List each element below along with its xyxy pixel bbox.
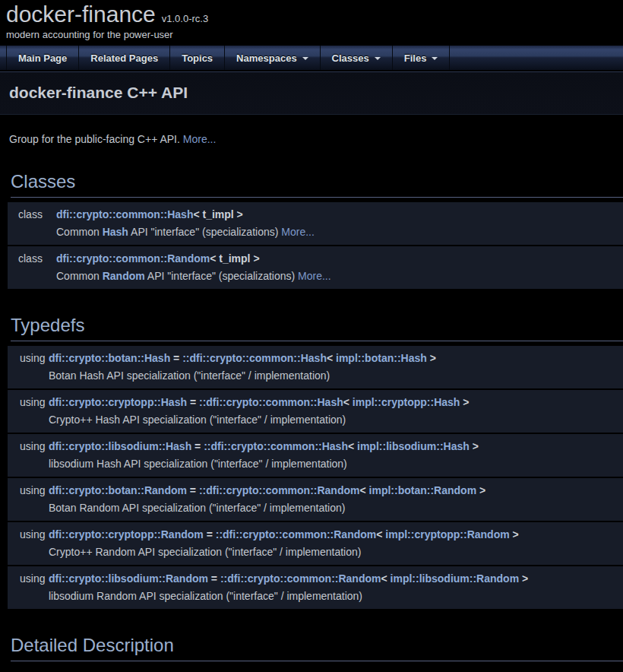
table-row: classdfi::crypto::common::Hash< t_impl >… [8,202,623,245]
nav-item-related-pages[interactable]: Related Pages [79,46,170,70]
title-area: docker-financev1.0.0-rc.3 modern account… [0,0,623,46]
target-type-link[interactable]: ::dfi::crypto::common::Hash [204,440,348,452]
member-keyword: class [8,251,56,266]
member-keyword: using [8,527,49,542]
inline-class-link[interactable]: Random [103,270,145,282]
member-description: Crypto++ Random API specialization ("int… [8,544,623,565]
member-description: libsodium Random API specialization ("in… [8,588,623,609]
nav-item-label: Namespaces [236,52,297,64]
nav-item-label: Files [404,52,427,64]
chevron-down-icon [375,57,381,60]
classes-table: classdfi::crypto::common::Hash< t_impl >… [8,202,623,289]
table-row: usingdfi::crypto::cryptopp::Hash = ::dfi… [8,388,623,433]
target-type-link[interactable]: ::dfi::crypto::common::Random [220,572,381,585]
more-link[interactable]: More... [298,270,331,282]
member-keyword: using [8,571,49,586]
table-row: usingdfi::crypto::libsodium::Random = ::… [8,565,623,609]
nav-item-topics[interactable]: Topics [170,46,225,70]
typedef-link[interactable]: dfi::crypto::botan::Random [49,484,187,496]
nav-item-classes[interactable]: Classes [321,46,393,70]
typedef-link[interactable]: dfi::crypto::cryptopp::Hash [49,396,187,408]
member-keyword: class [8,207,56,222]
page-header: docker-finance C++ API [0,71,623,115]
member-description: Common Random API "interface" (specializ… [8,268,623,289]
member-description: libsodium Hash API specialization ("inte… [8,455,623,477]
class-link[interactable]: dfi::crypto::common::Hash [56,208,193,220]
main-nav: Main Page Related Pages Topics Namespace… [0,46,623,70]
inline-class-link[interactable]: Hash [103,226,128,238]
contents: Group for the public-facing C++ API. Mor… [0,133,623,672]
target-type-link[interactable]: ::dfi::crypto::common::Hash [199,396,343,408]
nav-item-files[interactable]: Files [393,46,451,70]
target-type-link[interactable]: ::dfi::crypto::common::Hash [182,352,327,364]
impl-type-link[interactable]: impl::botan::Hash [336,352,427,364]
typedef-link[interactable]: dfi::crypto::libsodium::Hash [49,440,191,452]
chevron-down-icon [432,57,438,60]
impl-type-link[interactable]: impl::botan::Random [369,484,477,496]
typedef-link[interactable]: dfi::crypto::cryptopp::Random [49,528,204,540]
chevron-down-icon [302,57,308,60]
project-version: v1.0.0-rc.3 [162,13,208,24]
intro-paragraph: Group for the public-facing C++ API. Mor… [9,133,623,145]
member-description: Botan Random API specialization ("interf… [8,499,623,521]
nav-item-label: Related Pages [90,52,158,64]
member-keyword: using [8,350,49,366]
impl-type-link[interactable]: impl::cryptopp::Hash [353,396,460,408]
section-heading-classes: Classes [11,171,623,198]
table-row: usingdfi::crypto::botan::Random = ::dfi:… [8,477,623,521]
project-name: docker-finance [6,2,156,27]
template-suffix: < t_impl > [193,208,242,220]
nav-item-label: Topics [182,52,213,64]
table-row: usingdfi::crypto::cryptopp::Random = ::d… [8,521,623,565]
nav-item-label: Main Page [18,52,67,64]
table-row: classdfi::crypto::common::Random< t_impl… [8,245,623,289]
member-description: Crypto++ Hash API specialization ("inter… [8,411,623,433]
table-row: usingdfi::crypto::botan::Hash = ::dfi::c… [8,346,623,388]
nav-item-label: Classes [332,52,369,64]
class-link[interactable]: dfi::crypto::common::Random [56,252,210,265]
impl-type-link[interactable]: impl::cryptopp::Random [385,528,509,540]
member-keyword: using [8,483,49,498]
impl-type-link[interactable]: impl::libsodium::Random [391,572,520,585]
member-description: Botan Hash API specialization ("interfac… [8,367,623,388]
section-heading-detailed-description: Detailed Description [11,635,623,661]
page-title: docker-finance C++ API [9,84,623,102]
typedefs-table: usingdfi::crypto::botan::Hash = ::dfi::c… [8,346,623,609]
member-keyword: using [8,439,49,454]
member-keyword: using [8,395,49,410]
project-brief: modern accounting for the power-user [6,29,623,40]
template-suffix: < t_impl > [210,252,259,265]
target-type-link[interactable]: ::dfi::crypto::common::Random [199,484,360,496]
more-link[interactable]: More... [281,226,315,238]
target-type-link[interactable]: ::dfi::crypto::common::Random [216,528,377,540]
intro-text: Group for the public-facing C++ API. [9,133,183,145]
section-heading-typedefs: Typedefs [11,315,623,341]
typedef-link[interactable]: dfi::crypto::libsodium::Random [49,572,208,585]
nav-item-namespaces[interactable]: Namespaces [225,46,321,70]
nav-item-main-page[interactable]: Main Page [6,46,79,70]
more-link[interactable]: More... [183,133,217,145]
impl-type-link[interactable]: impl::libsodium::Hash [357,440,470,452]
member-description: Common Hash API "interface" (specializat… [8,223,623,245]
typedef-link[interactable]: dfi::crypto::botan::Hash [49,352,170,364]
table-row: usingdfi::crypto::libsodium::Hash = ::df… [8,433,623,477]
